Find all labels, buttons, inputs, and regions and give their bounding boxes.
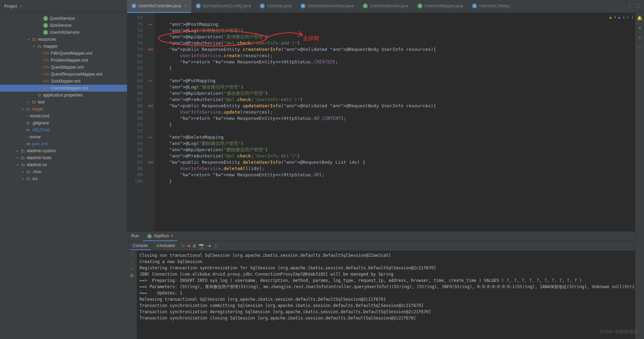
- project-sidebar: IQuestServiceISickServiceIUserInfoServic…: [0, 13, 127, 339]
- xml-icon: </>: [43, 65, 49, 70]
- tree-item[interactable]: ▫mvnw.cmd: [0, 113, 127, 120]
- chevron-icon[interactable]: ▾: [16, 163, 19, 167]
- tree-label: test: [38, 100, 45, 105]
- more-icon[interactable]: ⋮: [214, 243, 218, 248]
- check-icon: ✔: [627, 15, 629, 20]
- xml-icon: </>: [43, 86, 49, 91]
- file-type-icon: C: [301, 3, 305, 8]
- tree-item[interactable]: ⚙application.properties: [0, 92, 127, 99]
- maven-icon: m: [26, 141, 30, 146]
- tree-item[interactable]: ▾🗀resources: [0, 36, 127, 43]
- soft-wrap-icon[interactable]: ⤶: [130, 266, 134, 271]
- project-tree[interactable]: IQuestServiceISickServiceIUserInfoServic…: [0, 13, 127, 339]
- actuator-subtab[interactable]: ✿ Actuator: [153, 242, 178, 250]
- tree-label: mvnw.cmd: [30, 114, 49, 118]
- tree-item[interactable]: ▸🗀test: [0, 99, 127, 106]
- console-output[interactable]: Closing non transactional SqlSession [or…: [137, 251, 644, 339]
- chevron-icon[interactable]: ▾: [32, 45, 36, 48]
- tree-item[interactable]: ▾🗀eladmin-zx: [0, 161, 127, 168]
- tree-item[interactable]: IQuestService: [0, 15, 127, 22]
- chevron-icon[interactable]: ▸: [21, 170, 25, 174]
- chevron-icon[interactable]: ▸: [16, 149, 19, 153]
- app-run-tab[interactable]: ⬤ AppRun ×: [143, 231, 177, 241]
- console-subtab[interactable]: Console: [130, 242, 151, 250]
- folder-icon: 🗀: [26, 107, 31, 111]
- ai-icon[interactable]: ✦: [638, 25, 642, 30]
- console-toolbar: ↑ ↓ ⤶ 🖶: [127, 251, 137, 339]
- scroll-down-icon[interactable]: ↓: [131, 259, 133, 264]
- editor-tab[interactable]: IUserInfoService.java: [358, 0, 413, 13]
- spring-icon: ✿: [156, 243, 160, 248]
- snapshot-icon[interactable]: ⎚: [193, 243, 196, 248]
- md-icon: M↓: [26, 128, 31, 132]
- editor-tab[interactable]: CUserInfoCriteria.j: [468, 0, 515, 13]
- project-tool-label[interactable]: Project ▾: [0, 4, 27, 9]
- git-icon: ⊘: [26, 121, 30, 125]
- more-icon[interactable]: ⋯: [638, 45, 642, 50]
- dump-icon[interactable]: 📸: [199, 243, 204, 248]
- exit-icon[interactable]: ⇥: [207, 243, 211, 248]
- chevron-icon[interactable]: ▸: [27, 100, 30, 104]
- tree-item[interactable]: </>FillinQuestMapper.xml: [0, 50, 127, 57]
- tree-item[interactable]: ▸🗀src: [0, 175, 127, 182]
- print-icon[interactable]: 🖶: [130, 273, 134, 278]
- tree-label: QuestResponseMapper.xml: [51, 72, 102, 77]
- close-icon[interactable]: ×: [183, 3, 187, 8]
- editor-tab[interactable]: CUserInfo.java: [255, 0, 296, 13]
- tree-item[interactable]: mpom.xml: [0, 140, 127, 147]
- file-icon: ▫: [26, 134, 28, 139]
- tree-label: QuestMapper.xml: [51, 65, 84, 70]
- tree-item[interactable]: ⊘.gitignore: [0, 120, 127, 126]
- tree-item[interactable]: </>UserInfoMapper.xml: [0, 85, 127, 92]
- tree-item[interactable]: ▫mvnw: [0, 133, 127, 140]
- editor-tab[interactable]: CUserInfoController.java×: [127, 0, 191, 13]
- file-icon: ▫: [26, 114, 28, 118]
- run-tab[interactable]: Run: [127, 231, 143, 241]
- interface-icon: I: [43, 23, 48, 28]
- tree-label: application.properties: [43, 93, 83, 98]
- tree-item[interactable]: </>QuestMapper.xml: [0, 64, 127, 71]
- tree-item[interactable]: M↓HELP.md: [0, 126, 127, 133]
- db-icon[interactable]: ≡: [638, 35, 641, 40]
- chevron-icon[interactable]: ▸: [21, 177, 25, 180]
- tree-label: mvnw: [30, 134, 40, 139]
- folder-icon: 🗀: [38, 44, 42, 49]
- close-icon[interactable]: ×: [171, 233, 173, 238]
- chevron-icon[interactable]: ▾: [27, 38, 30, 41]
- expand-icon[interactable]: ⛶: [636, 4, 640, 9]
- tree-item[interactable]: ▸🗀.mvn: [0, 168, 127, 175]
- chevron-icon[interactable]: ▸: [16, 156, 19, 160]
- tree-item[interactable]: ▸🗀eladmin-system: [0, 147, 127, 154]
- tree-label: UserInfoService: [50, 30, 79, 35]
- stop-icon[interactable]: ■: [188, 243, 190, 248]
- tree-item[interactable]: ▸🗀target: [0, 106, 127, 113]
- tree-label: src: [32, 176, 38, 181]
- tree-item[interactable]: IUserInfoService: [0, 29, 127, 36]
- xml-icon: </>: [43, 72, 49, 77]
- tree-label: FillinQuestMapper.xml: [51, 51, 92, 56]
- tree-item[interactable]: ▸🗀eladmin-tools: [0, 154, 127, 161]
- notifications-icon[interactable]: 🔔: [637, 16, 642, 21]
- tree-label: eladmin-system: [27, 148, 56, 153]
- tree-item[interactable]: </>SickMapper.xml: [0, 78, 127, 85]
- folder-icon: 🗀: [32, 100, 36, 105]
- code-editor[interactable]: 7475767778798081828384858687888990919293…: [127, 13, 644, 231]
- code-content[interactable]: "ann">@PostMapping "ann">@Log("新增微信用户管理"…: [155, 13, 644, 231]
- tree-label: mapper: [43, 44, 58, 49]
- scroll-up-icon[interactable]: ↑: [131, 252, 133, 257]
- chevron-icon[interactable]: ▸: [21, 107, 25, 111]
- editor-tabs: CUserInfoController.java×CSpringSecurity…: [127, 0, 515, 13]
- watermark: CSDN @欧然雨天: [600, 329, 638, 335]
- tree-item[interactable]: </>QuestResponseMapper.xml: [0, 71, 127, 78]
- more-icon[interactable]: ⋮: [627, 4, 631, 9]
- editor-tab[interactable]: IUserInfoMapper.java: [413, 0, 468, 13]
- top-actions: ⋮ ⛶: [627, 4, 644, 9]
- tree-item[interactable]: ISickService: [0, 22, 127, 29]
- tree-item[interactable]: ▾🗀mapper: [0, 43, 127, 50]
- rerun-icon[interactable]: ↻: [181, 243, 185, 248]
- editor-tab[interactable]: CSpringSecurityConfig.java: [191, 0, 255, 13]
- file-type-icon: C: [260, 3, 265, 8]
- editor-tab[interactable]: CUserInfoServiceImpl.java: [296, 0, 358, 13]
- folder-icon: 🗀: [21, 162, 25, 167]
- tree-item[interactable]: </>ProblemMapper.xml: [0, 57, 127, 64]
